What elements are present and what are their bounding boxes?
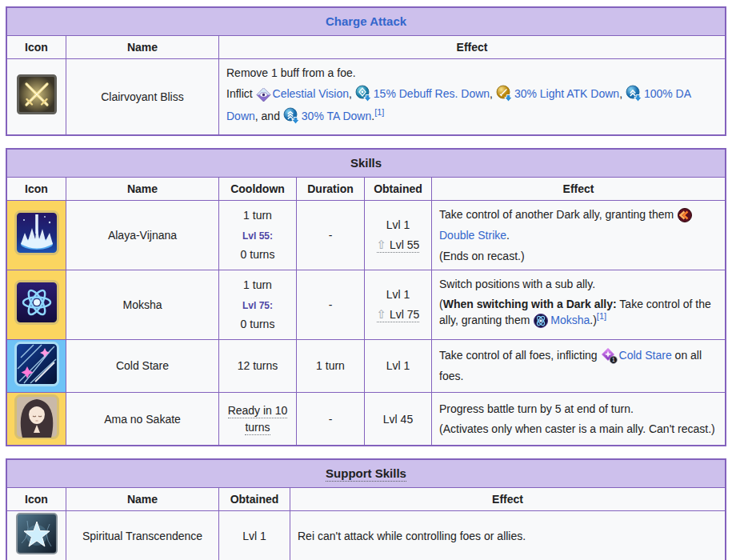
support-skills-header-row: IconNameObtainedEffect: [6, 488, 726, 511]
line-text: 0 turns: [224, 246, 291, 262]
effect-paragraph: (Ends on recast.): [439, 248, 718, 264]
citation-link[interactable]: [1]: [374, 107, 384, 117]
light-atk-down-icon: [496, 85, 513, 106]
skill-icon-cell: [6, 200, 66, 270]
wiki-link[interactable]: Moksha: [550, 314, 590, 326]
wiki-link[interactable]: Celestial Vision: [273, 87, 349, 100]
cell-text: Ama no Sakate: [66, 393, 219, 446]
cell-text: 1 turn: [297, 339, 365, 392]
skill-icon-cell: [6, 339, 66, 392]
table-row: Moksha1 turnLvl 75:0 turns-Lvl 1⇧ Lvl 75…: [6, 270, 726, 339]
skills-title-cell: Skills: [6, 149, 726, 177]
upgrade-tooltip: ⇧ Lvl 75: [377, 308, 420, 322]
clairvoyant-bliss-icon: [17, 104, 57, 117]
support-skills-title: Support Skills: [326, 466, 406, 482]
upgrade-arrow-icon: ⇧: [377, 307, 387, 321]
charge-attack-title-cell: Charge Attack: [6, 7, 726, 35]
support-skills-table: Support SkillsIconNameObtainedEffectSpir…: [6, 458, 726, 560]
column-header-cooldown: Cooldown: [219, 177, 297, 200]
skill-icon-cell: [6, 393, 66, 446]
effect-bold-text: When switching with a Dark ally:: [443, 298, 617, 310]
cold-stare-debuff-icon: 1: [601, 347, 618, 368]
effect-paragraph: Rei can't attack while controlling foes …: [298, 528, 718, 544]
cell-text: Cold Stare: [66, 339, 219, 392]
effect-cell: Take control of another Dark ally, grant…: [432, 200, 726, 270]
line-text: Lvl 1: [370, 358, 426, 374]
skill-icon-cell: [6, 59, 66, 135]
line-text: 1 turn: [224, 207, 291, 223]
cell-text: Spiritual Transcendence: [66, 511, 219, 560]
column-header-icon: Icon: [6, 35, 66, 58]
cell-lines: Ready in 10 turns: [219, 393, 297, 446]
effect-paragraph: Progress battle turn by 5 at end of turn…: [439, 401, 718, 417]
column-header-name: Name: [66, 177, 219, 200]
double-strike-icon: [677, 207, 693, 227]
effect-paragraph: Switch positions with a sub ally.: [439, 276, 718, 292]
cell-lines: Lvl 45: [365, 393, 432, 446]
moksha-buff-icon: [533, 313, 549, 333]
charge-attack-title[interactable]: Charge Attack: [326, 14, 406, 28]
upgrade-arrow-icon: ⇧: [377, 238, 387, 251]
effect-paragraph: Inflict Celestial Vision, 15% Debuff Res…: [226, 85, 718, 129]
table-row: Clairvoyant BlissRemove 1 buff from a fo…: [6, 59, 726, 135]
column-header-duration: Duration: [297, 177, 365, 200]
column-header-name: Name: [66, 488, 219, 511]
support-skills-title-cell: Support Skills: [6, 459, 726, 487]
effect-paragraph: (When switching with a Dark ally: Take c…: [439, 296, 718, 334]
column-header-icon: Icon: [6, 488, 66, 511]
alaya-vijnana-icon: [14, 245, 59, 258]
effect-paragraph: Take control of all foes, inflicting 1Co…: [439, 347, 718, 385]
table-row: Alaya-Vijnana1 turnLvl 55:0 turns-Lvl 1⇧…: [6, 200, 726, 270]
cell-lines: 12 turns: [219, 339, 297, 392]
upgrade-tooltip: ⇧ Lvl 55: [377, 238, 420, 253]
wiki-link[interactable]: 30% Light ATK Down: [514, 87, 619, 100]
effect-paragraph: Take control of another Dark ally, grant…: [439, 206, 718, 244]
effect-cell: Rei can't attack while controlling foes …: [290, 511, 726, 560]
cell-text: Alaya-Vijnana: [66, 200, 219, 270]
da-down-icon: [626, 85, 642, 106]
column-header-name: Name: [66, 35, 219, 58]
cell-lines: 1 turnLvl 75:0 turns: [219, 270, 297, 339]
effect-cell: Progress battle turn by 5 at end of turn…: [432, 393, 726, 446]
line-text: 1 turn: [224, 277, 291, 293]
effect-cell: Take control of all foes, inflicting 1Co…: [432, 339, 726, 392]
cooldown-tooltip: Ready in 10 turns: [228, 404, 288, 434]
column-header-effect: Effect: [290, 488, 726, 511]
line-text: Lvl 1: [370, 217, 426, 233]
cold-stare-skill-icon: [14, 376, 59, 389]
table-row: Spiritual TranscendenceLvl 1Rei can't at…: [6, 511, 726, 560]
column-header-effect: Effect: [219, 35, 726, 58]
table-row: Cold Stare12 turns1 turnLvl 1Take contro…: [6, 339, 726, 392]
cell-text: -: [297, 393, 365, 446]
charge-attack-table: Charge AttackIconNameEffectClairvoyant B…: [6, 6, 726, 136]
moksha-skill-icon: [14, 314, 59, 327]
cell-text: Clairvoyant Bliss: [66, 59, 219, 135]
effect-paragraph: Remove 1 buff from a foe.: [226, 65, 718, 81]
ama-no-sakate-icon: [14, 429, 59, 442]
cell-text: -: [297, 200, 365, 270]
wiki-link[interactable]: 15% Debuff Res. Down: [374, 87, 490, 100]
support-star-icon: [16, 544, 58, 557]
skill-icon-cell: [6, 270, 66, 339]
level-note: Lvl 75:: [242, 300, 273, 311]
cell-text: -: [297, 270, 365, 339]
column-header-effect: Effect: [432, 177, 726, 200]
wiki-page: Charge AttackIconNameEffectClairvoyant B…: [0, 0, 732, 560]
cell-lines: Lvl 1⇧ Lvl 55: [365, 200, 432, 270]
line-text: Lvl 45: [370, 411, 426, 427]
line-text: Lvl 1: [370, 286, 426, 302]
level-note: Lvl 55:: [242, 230, 273, 242]
skill-icon-cell: [6, 511, 66, 560]
wiki-link[interactable]: 30% TA Down: [302, 110, 371, 122]
celestial-vision-icon: [256, 87, 271, 106]
svg-text:1: 1: [612, 357, 615, 362]
skills-title: Skills: [350, 156, 382, 170]
column-header-obtained: Obtained: [219, 488, 290, 511]
skills-header-row: IconNameCooldownDurationObtainedEffect: [6, 177, 726, 200]
debuff-res-down-icon: [355, 85, 372, 106]
wiki-link[interactable]: Double Strike: [439, 229, 506, 242]
citation-link[interactable]: [1]: [597, 312, 606, 322]
effect-paragraph: (Activates only when caster is a main al…: [439, 421, 718, 437]
line-text: 0 turns: [224, 316, 291, 332]
wiki-link[interactable]: Cold Stare: [619, 349, 672, 362]
